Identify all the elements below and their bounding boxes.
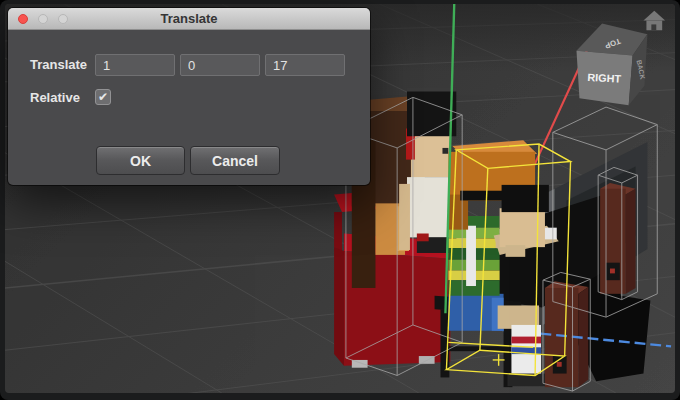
translate-dialog: Translate Translate Relative ✔ OK Cancel bbox=[8, 8, 370, 185]
voxel-editor-window: RIGHT TOP BACK Translate Translate Relat… bbox=[0, 0, 680, 400]
relative-checkbox[interactable]: ✔ bbox=[95, 89, 111, 105]
checkmark-icon: ✔ bbox=[98, 90, 108, 104]
cancel-button[interactable]: Cancel bbox=[190, 146, 280, 175]
dialog-title: Translate bbox=[8, 8, 370, 30]
translate-z-input[interactable] bbox=[265, 54, 345, 76]
relative-label: Relative bbox=[30, 90, 80, 105]
view-cube-front-label: RIGHT bbox=[587, 71, 622, 85]
ok-button[interactable]: OK bbox=[96, 146, 185, 175]
translate-y-input[interactable] bbox=[180, 54, 260, 76]
speaker-back bbox=[600, 183, 635, 294]
translate-label: Translate bbox=[30, 57, 87, 72]
translate-x-input[interactable] bbox=[95, 54, 175, 76]
dialog-titlebar[interactable]: Translate bbox=[8, 8, 370, 30]
